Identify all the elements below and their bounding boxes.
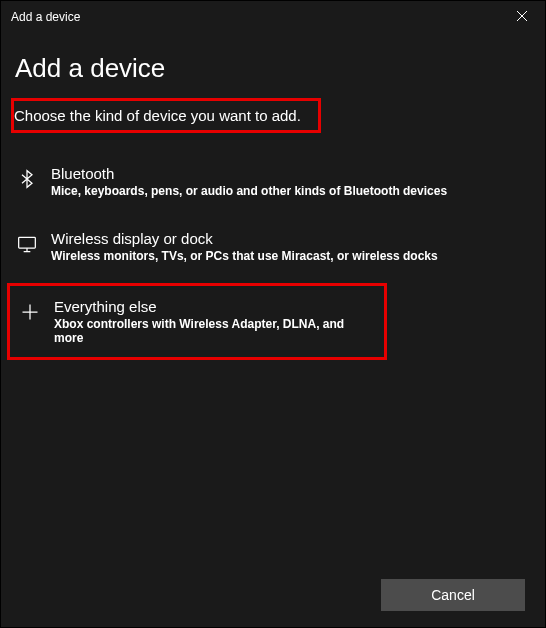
subtitle-highlight: Choose the kind of device you want to ad… [11,98,321,133]
dialog-footer: Cancel [1,563,545,627]
option-bluetooth[interactable]: Bluetooth Mice, keyboards, pens, or audi… [7,153,531,210]
titlebar: Add a device [1,1,545,33]
option-text: Wireless display or dock Wireless monito… [51,230,438,263]
page-title: Add a device [15,53,531,84]
close-icon [516,8,528,26]
add-device-dialog: Add a device Add a device Choose the kin… [0,0,546,628]
monitor-icon [15,232,39,256]
option-title: Bluetooth [51,165,447,182]
page-subtitle: Choose the kind of device you want to ad… [14,107,310,124]
svg-rect-0 [19,237,36,248]
plus-icon [18,300,42,324]
option-title: Everything else [54,298,376,315]
device-list: Bluetooth Mice, keyboards, pens, or audi… [7,153,531,368]
dialog-content: Add a device Choose the kind of device y… [1,33,545,563]
option-everything-else[interactable]: Everything else Xbox controllers with Wi… [7,283,387,360]
option-text: Bluetooth Mice, keyboards, pens, or audi… [51,165,447,198]
option-desc: Wireless monitors, TVs, or PCs that use … [51,249,438,263]
bluetooth-icon [15,167,39,191]
option-title: Wireless display or dock [51,230,438,247]
cancel-button[interactable]: Cancel [381,579,525,611]
option-wireless-display[interactable]: Wireless display or dock Wireless monito… [7,218,531,275]
close-button[interactable] [499,1,545,33]
option-desc: Xbox controllers with Wireless Adapter, … [54,317,376,345]
option-text: Everything else Xbox controllers with Wi… [54,298,376,345]
option-desc: Mice, keyboards, pens, or audio and othe… [51,184,447,198]
window-title: Add a device [11,10,80,24]
